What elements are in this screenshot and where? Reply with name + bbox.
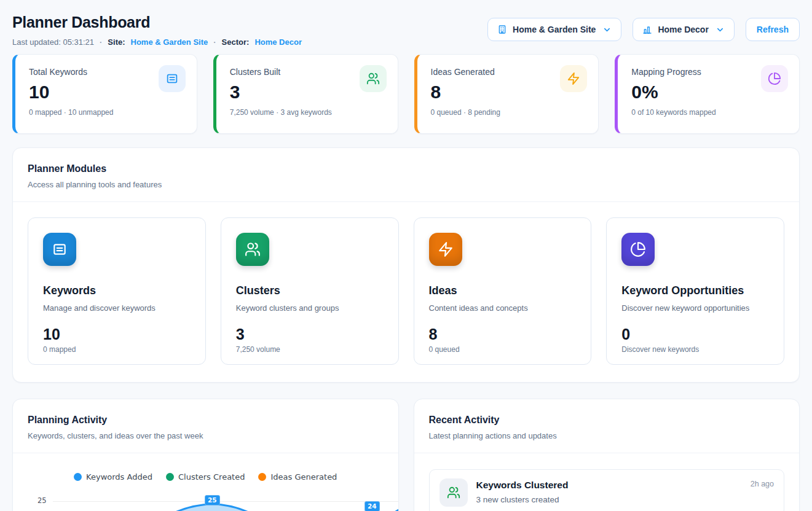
module-title: Keyword Opportunities (621, 284, 769, 297)
legend-dot-icon (258, 473, 266, 481)
legend-label: Clusters Created (178, 472, 245, 482)
activity-item-time: 2h ago (751, 480, 774, 488)
stats-row: Total Keywords 10 0 mapped · 10 unmapped… (12, 54, 800, 134)
page-header: Planner Dashboard Last updated: 05:31:21… (12, 0, 800, 47)
stat-card-mapping-progress: Mapping Progress 0% 0 of 10 keywords map… (615, 54, 800, 134)
site-dropdown-label: Home & Garden Site (513, 25, 596, 34)
stat-detail: 0 of 10 keywords mapped (631, 108, 786, 117)
module-value: 8 (429, 326, 577, 343)
document-icon (43, 233, 76, 266)
recent-activity-list: Keywords Clustered 2h ago 3 new clusters… (414, 453, 800, 511)
stat-card-total-keywords: Total Keywords 10 0 mapped · 10 unmapped (12, 54, 197, 134)
site-dropdown[interactable]: Home & Garden Site (487, 18, 621, 41)
planning-activity-title: Planning Activity (28, 415, 384, 426)
bar-chart-icon (642, 25, 652, 34)
users-icon (440, 478, 468, 507)
legend-item-keywords-added[interactable]: Keywords Added (74, 472, 152, 482)
pie-chart-icon (761, 65, 788, 92)
building-icon (497, 25, 507, 34)
legend-item-clusters-created[interactable]: Clusters Created (166, 472, 245, 482)
bottom-row: Planning Activity Keywords, clusters, an… (12, 399, 800, 511)
activity-item-title: Keywords Clustered (476, 480, 569, 491)
module-description: Keyword clusters and groups (236, 303, 384, 313)
planner-modules-panel: Planner Modules Access all planning tool… (12, 147, 800, 383)
legend-label: Ideas Generated (270, 472, 337, 482)
chart-legend: Keywords Added Clusters Created Ideas Ge… (13, 472, 398, 482)
sector-dropdown[interactable]: Home Decor (633, 18, 734, 41)
module-detail: 7,250 volume (236, 345, 384, 354)
module-title: Keywords (43, 284, 191, 297)
zap-icon (560, 65, 587, 92)
refresh-button[interactable]: Refresh (746, 18, 800, 41)
module-card-keywords[interactable]: Keywords Manage and discover keywords 10… (28, 217, 206, 365)
stat-detail: 0 mapped · 10 unmapped (29, 108, 183, 117)
keywords-added-line-chart (53, 485, 399, 511)
data-label-25: 25 (205, 495, 220, 505)
users-icon (360, 65, 387, 92)
planner-modules-subtitle: Access all planning tools and features (28, 180, 784, 189)
stat-detail: 7,250 volume · 3 avg keywords (230, 108, 384, 117)
stat-detail: 0 queued · 8 pending (431, 108, 585, 117)
document-icon (159, 65, 186, 92)
recent-activity-header: Recent Activity Latest planning actions … (414, 399, 800, 453)
planner-modules-title: Planner Modules (28, 163, 784, 174)
planning-activity-subtitle: Keywords, clusters, and ideas over the p… (28, 431, 384, 440)
planning-activity-header: Planning Activity Keywords, clusters, an… (13, 399, 398, 453)
modules-grid: Keywords Manage and discover keywords 10… (13, 202, 799, 382)
activity-item-keywords-clustered: Keywords Clustered 2h ago 3 new clusters… (429, 469, 785, 511)
module-value: 0 (621, 326, 769, 343)
activity-item-description: 3 new clusters created (476, 495, 775, 504)
stat-card-clusters-built: Clusters Built 3 7,250 volume · 3 avg ke… (213, 54, 398, 134)
module-detail: 0 queued (429, 345, 577, 354)
sector-label: Sector: (222, 37, 250, 47)
y-axis-tick-25: 25 (37, 496, 47, 505)
module-description: Discover new keyword opportunities (621, 303, 769, 313)
chevron-down-icon (602, 25, 612, 34)
planner-dashboard-page: Planner Dashboard Last updated: 05:31:21… (0, 0, 812, 511)
meta-separator: · (100, 37, 102, 47)
legend-dot-icon (166, 473, 174, 481)
meta-separator: · (213, 37, 216, 47)
pie-chart-icon (621, 233, 655, 266)
module-value: 10 (43, 326, 191, 343)
legend-item-ideas-generated[interactable]: Ideas Generated (258, 472, 337, 482)
last-updated-text: Last updated: 05:31:21 (12, 37, 94, 47)
planner-modules-header: Planner Modules Access all planning tool… (13, 148, 799, 202)
sector-dropdown-label: Home Decor (658, 25, 708, 34)
recent-activity-panel: Recent Activity Latest planning actions … (414, 399, 800, 511)
users-icon (236, 233, 269, 266)
legend-dot-icon (74, 473, 82, 481)
planning-activity-panel: Planning Activity Keywords, clusters, an… (12, 399, 399, 511)
module-title: Clusters (236, 284, 384, 297)
module-description: Manage and discover keywords (43, 303, 191, 313)
recent-activity-title: Recent Activity (429, 415, 785, 426)
module-description: Content ideas and concepts (429, 303, 577, 313)
module-card-ideas[interactable]: Ideas Content ideas and concepts 8 0 que… (414, 217, 592, 365)
sector-link[interactable]: Home Decor (254, 37, 302, 47)
data-label-24: 24 (365, 501, 380, 511)
zap-icon (429, 233, 462, 266)
module-detail: Discover new keywords (621, 345, 769, 354)
chevron-down-icon (715, 25, 725, 34)
header-controls: Home & Garden Site Home Decor Refresh (487, 18, 800, 41)
module-detail: 0 mapped (43, 345, 191, 354)
recent-activity-subtitle: Latest planning actions and updates (429, 431, 785, 440)
module-title: Ideas (429, 284, 577, 297)
module-value: 3 (236, 326, 384, 343)
activity-item-content: Keywords Clustered 2h ago 3 new clusters… (476, 478, 775, 507)
stat-card-ideas-generated: Ideas Generated 8 0 queued · 8 pending (414, 54, 599, 134)
module-card-clusters[interactable]: Clusters Keyword clusters and groups 3 7… (221, 217, 399, 365)
site-link[interactable]: Home & Garden Site (131, 37, 208, 47)
legend-label: Keywords Added (86, 472, 152, 482)
site-label: Site: (108, 37, 125, 47)
module-card-keyword-opportunities[interactable]: Keyword Opportunities Discover new keywo… (606, 217, 784, 365)
